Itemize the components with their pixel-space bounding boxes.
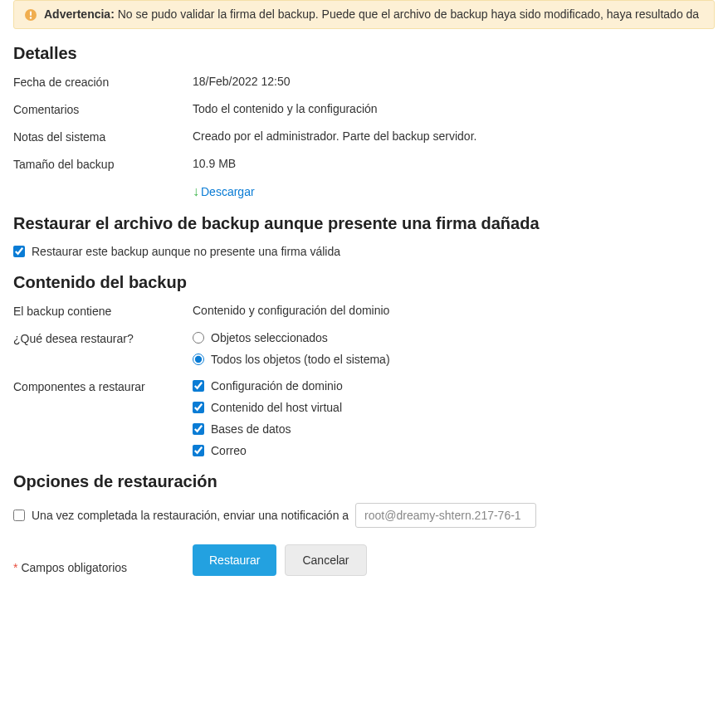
- notify-email-input[interactable]: [355, 503, 536, 528]
- checkbox-databases-label: Bases de datos: [211, 422, 291, 436]
- warning-text: Advertencia: No se pudo validar la firma…: [44, 7, 699, 21]
- restore-damaged-checkbox[interactable]: [13, 246, 25, 257]
- backup-contains-label: El backup contiene: [13, 304, 193, 318]
- required-asterisk: *: [13, 561, 17, 574]
- details-heading: Detalles: [13, 44, 715, 63]
- comments-value: Todo el contenido y la configuración: [193, 102, 715, 115]
- row-creation-date: Fecha de creación 18/Feb/2022 12:50: [13, 75, 715, 89]
- system-notes-value: Creado por el administrador. Parte del b…: [193, 129, 715, 143]
- restore-damaged-row: Restaurar este backup aunque no presente…: [13, 245, 715, 258]
- notify-checkbox[interactable]: [13, 510, 25, 521]
- required-label: Campos obligatorios: [21, 561, 127, 574]
- row-components: Componentes a restaurar Configuración de…: [13, 379, 715, 457]
- what-restore-label: ¿Qué desea restaurar?: [13, 331, 193, 345]
- radio-all-label: Todos los objetos (todo el sistema): [211, 353, 390, 366]
- row-backup-contains: El backup contiene Contenido y configura…: [13, 304, 715, 318]
- backup-contains-value: Contenido y configuración del dominio: [193, 304, 715, 317]
- backup-size-label: Tamaño del backup: [13, 157, 193, 171]
- cancel-button[interactable]: Cancelar: [285, 544, 366, 576]
- comments-label: Comentarios: [13, 102, 193, 116]
- restore-options-heading: Opciones de restauración: [13, 472, 715, 491]
- what-restore-radio-group: Objetos seleccionados Todos los objetos …: [193, 331, 715, 366]
- row-what-restore: ¿Qué desea restaurar? Objetos selecciona…: [13, 331, 715, 366]
- required-fields-note: * Campos obligatorios: [13, 553, 193, 574]
- row-system-notes: Notas del sistema Creado por el administ…: [13, 129, 715, 144]
- backup-size-value: 10.9 MB: [193, 157, 715, 170]
- warning-label: Advertencia:: [44, 7, 115, 21]
- restore-damaged-label: Restaurar este backup aunque no presente…: [32, 245, 340, 258]
- radio-selected-objects[interactable]: [193, 332, 204, 344]
- checkbox-databases[interactable]: [193, 423, 204, 435]
- svg-point-2: [30, 17, 32, 18]
- warning-message: No se pudo validar la firma del backup. …: [118, 7, 699, 21]
- checkbox-domain-config[interactable]: [193, 380, 204, 392]
- checkbox-domain-config-label: Configuración de dominio: [211, 379, 343, 393]
- checkbox-vhost-content[interactable]: [193, 402, 204, 413]
- row-comments: Comentarios Todo el contenido y la confi…: [13, 102, 715, 116]
- components-check-group: Configuración de dominio Contenido del h…: [193, 379, 715, 457]
- radio-selected-label: Objetos seleccionados: [211, 331, 328, 344]
- creation-date-label: Fecha de creación: [13, 75, 193, 89]
- warning-banner: Advertencia: No se pudo validar la firma…: [13, 0, 715, 29]
- notify-row: Una vez completada la restauración, envi…: [13, 503, 715, 528]
- checkbox-mail[interactable]: [193, 445, 204, 456]
- svg-rect-1: [30, 12, 32, 17]
- system-notes-label: Notas del sistema: [13, 129, 193, 144]
- backup-content-heading: Contenido del backup: [13, 273, 715, 292]
- checkbox-vhost-content-label: Contenido del host virtual: [211, 401, 342, 414]
- creation-date-value: 18/Feb/2022 12:50: [193, 75, 715, 88]
- notify-label: Una vez completada la restauración, envi…: [32, 509, 349, 522]
- checkbox-mail-label: Correo: [211, 444, 247, 457]
- warning-icon: [24, 8, 37, 22]
- radio-all-objects[interactable]: [193, 354, 204, 365]
- download-link[interactable]: ↓ Descargar: [193, 184, 255, 199]
- components-label: Componentes a restaurar: [13, 379, 193, 393]
- row-download: ↓ Descargar: [13, 184, 715, 199]
- actions-row: * Campos obligatorios Restaurar Cancelar: [13, 544, 715, 576]
- download-arrow-icon: ↓: [193, 184, 199, 199]
- row-backup-size: Tamaño del backup 10.9 MB: [13, 157, 715, 171]
- restore-button[interactable]: Restaurar: [193, 544, 276, 576]
- download-label: Descargar: [201, 185, 255, 198]
- restore-damaged-heading: Restaurar el archivo de backup aunque pr…: [13, 214, 715, 233]
